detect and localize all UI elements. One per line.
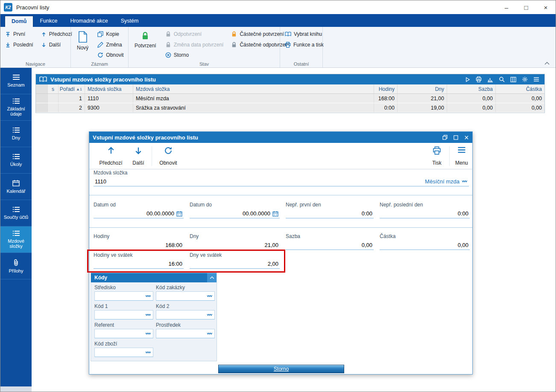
dalsi-button[interactable]: Další [129,145,148,167]
dropdown-icon[interactable] [145,332,151,335]
prvni-button[interactable]: První [4,29,35,39]
sidebar-item-mzdove-slozky[interactable]: Mzdové složky [0,226,32,253]
row-selector [36,103,48,112]
sidebar-item-seznam[interactable]: Seznam [0,68,32,94]
column-hodiny[interactable]: Hodiny [374,84,398,93]
column-selector[interactable] [36,84,48,93]
cell-dny: 21,00 [398,94,447,103]
dropdown-icon[interactable] [207,295,213,298]
menu-icon[interactable] [533,77,539,82]
maximize-icon[interactable] [454,135,458,140]
dropdown-icon[interactable] [145,295,151,298]
nepr-prvni-den-input[interactable]: 0:00 [286,209,374,218]
funkce-a-tisk-button[interactable]: Funkce a tisk [284,40,325,49]
label: První [13,31,25,37]
list-icon [12,127,20,133]
tab-domu[interactable]: Domů [5,16,33,27]
hodiny-input[interactable]: 168:00 [94,241,184,250]
grid-panel: Vstupní mzdové složky pracovního listu s… [35,74,545,113]
dropdown-icon[interactable] [145,351,151,354]
column-mzdova-slozka-kod[interactable]: Mzdová složka [85,84,133,93]
printer-icon[interactable] [476,76,482,82]
obnovit-button[interactable]: Obnovit [154,145,182,167]
group-label: Navigace [0,61,70,67]
tisk-button[interactable]: Tisk [426,145,448,167]
sort-indicator: ▲1 [76,87,82,91]
close-icon[interactable] [464,135,469,140]
predchozi-button[interactable]: Předchozí [40,29,73,39]
column-poradi[interactable]: Pořadí▲1 [59,84,85,93]
kod-zakazky-input[interactable] [156,291,215,301]
predchozi-button[interactable]: Předchozí [95,145,127,167]
sidebar-item-kalendar[interactable]: Kalendář [0,174,32,200]
kod-zbozi-field: Kód zboží [94,341,153,357]
grid-header-row: s Pořadí▲1 Mzdová složka Mzdová složka H… [36,84,544,94]
novy-button[interactable]: Nový [74,29,91,60]
tab-system[interactable]: Systém [114,16,145,27]
sidebar-item-soucty-uctu[interactable]: Součty účtů [0,200,32,226]
stredisko-input[interactable] [94,291,153,301]
sidebar-item-dny[interactable]: Dny [0,121,32,147]
restore-icon[interactable] [442,135,448,140]
mzdova-slozka-input[interactable]: 1110 Měsíční mzda [94,177,469,186]
label: Dny [11,135,21,140]
calendar-icon[interactable] [176,211,182,217]
dropdown-icon[interactable] [207,314,213,317]
label: Základní údaje [0,106,32,116]
gear-icon[interactable] [522,76,528,82]
datum-do-input[interactable]: 00.00.0000 [190,209,280,218]
table-row[interactable]: 1 1110 Měsíční mzda 168:00 21,00 0,00 0,… [36,94,544,103]
column-castka[interactable]: Částka [496,84,544,93]
chart-icon[interactable] [487,77,493,82]
sidebar-item-ukoly[interactable]: Úkoly [0,147,32,174]
field-value: 21,00 [264,242,278,248]
close-button[interactable]: × [536,0,556,14]
referent-input[interactable] [94,329,153,338]
kopie-button[interactable]: Kopie [96,29,125,39]
dropdown-icon[interactable] [462,180,468,183]
kod-2-input[interactable] [156,310,215,319]
ribbon-collapse-icon[interactable] [544,62,550,65]
datum-od-input[interactable]: 00.00.0000 [94,209,184,218]
dny-input[interactable]: 21,00 [190,241,280,250]
dropdown-icon[interactable] [145,314,151,317]
dropdown-icon[interactable] [207,332,213,335]
column-sazba[interactable]: Sazba [447,84,496,93]
search-icon[interactable] [499,76,505,82]
column-mzdova-slozka-nazev[interactable]: Mzdová složka [133,84,374,93]
label: Předchozí [49,31,72,37]
columns-icon[interactable] [510,77,516,82]
cell-nazev: Srážka za stravování [133,103,374,112]
maximize-button[interactable]: □ [516,0,536,14]
nepr-posledni-den-input[interactable]: 0:00 [380,209,470,218]
prostredek-input[interactable] [156,329,215,338]
sazba-input[interactable]: 0,00 [286,241,374,250]
tab-hromadne-akce[interactable]: Hromadné akce [64,16,114,27]
zmena-button[interactable]: Změna [96,40,125,49]
ribbon-spacer [323,27,556,67]
sidebar-item-prilohy[interactable]: Přílohy [0,253,32,279]
play-icon[interactable] [465,77,470,82]
tab-funkce[interactable]: Funkce [33,16,64,27]
sidebar-item-zakladni-udaje[interactable]: Základní údaje [0,94,32,121]
obnovit-button[interactable]: Obnovit [96,50,125,60]
storno-ribbon-button[interactable]: Storno [164,50,225,60]
field-label: Středisko [94,285,153,290]
castka-input[interactable]: 0,00 [380,241,470,250]
table-row[interactable]: 2 9300 Srážka za stravování 0:00 19,00 0… [36,103,544,113]
column-s[interactable]: s [48,84,59,93]
kod-zbozi-input[interactable] [94,348,153,357]
datum-do-field: Datum do 00.00.0000 [190,202,280,218]
kod-1-input[interactable] [94,310,153,319]
calendar-icon[interactable] [272,211,278,217]
posledni-button[interactable]: Poslední [4,40,35,49]
vybrat-knihu-button[interactable]: Vybrat knihu [284,29,325,39]
dalsi-button[interactable]: Další [40,40,73,49]
minimize-button[interactable]: – [497,0,516,14]
menu-button[interactable]: Menu [451,145,472,167]
cancel-circle-icon [165,52,171,58]
kody-collapse-button[interactable] [207,273,217,282]
storno-button[interactable]: Storno [218,365,344,373]
potvrzeni-button[interactable]: Potvrzení [132,29,159,60]
column-dny[interactable]: Dny [398,84,447,93]
